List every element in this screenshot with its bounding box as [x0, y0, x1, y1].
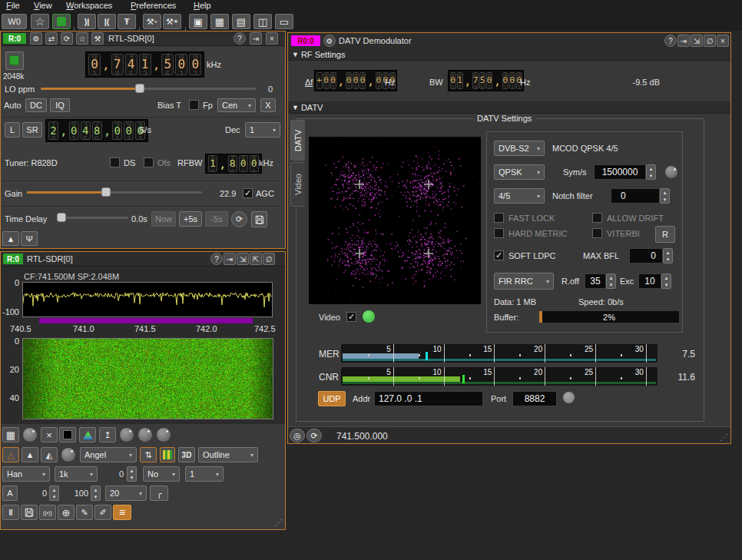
markers-button[interactable]: ⊕	[58, 505, 75, 520]
max-hold-button[interactable]: ↥	[99, 427, 116, 442]
shrink-button[interactable]: ⇲	[691, 35, 703, 47]
spectrum-toggle-button[interactable]: ▲	[2, 231, 19, 246]
fec-select[interactable]: 4/5▾	[494, 188, 545, 204]
viterbi-checkbox[interactable]	[592, 228, 602, 238]
center-channel-button[interactable]: ◎	[290, 429, 305, 442]
reset-defaults-button[interactable]: R	[655, 226, 675, 243]
iq-correction-button[interactable]: IQ	[50, 98, 70, 112]
symbol-rate-spinner[interactable]: ▴▾	[646, 164, 656, 180]
tab-datv[interactable]: DATV	[290, 120, 305, 161]
undock-button[interactable]: ⇥	[677, 35, 690, 47]
excursion-input[interactable]: 10	[638, 273, 661, 289]
symbol-rate-input[interactable]: 1500000	[594, 164, 646, 180]
replay-minus5s-button[interactable]: -5s	[205, 211, 228, 227]
shrink-button[interactable]: ⇲	[237, 253, 249, 265]
help-button[interactable]: ?	[234, 32, 246, 45]
dc-correction-button[interactable]: DC	[25, 98, 47, 112]
notch-filter-spinner[interactable]: ▴▾	[660, 188, 670, 204]
background-color-button[interactable]	[59, 427, 76, 442]
datv-panel-titlebar[interactable]: R0:0 ⚙ DATV Demodulator ? ⇥ ⇲ ∅ ×	[288, 33, 730, 49]
ref-level-spinner[interactable]: ▴▾	[49, 485, 59, 501]
notch-filter-input[interactable]: 0	[611, 188, 660, 204]
calibration-button[interactable]: ✐	[94, 505, 111, 520]
averaging-count-select[interactable]: 1▾	[185, 466, 224, 482]
maximize-button[interactable]: ⇱	[250, 253, 262, 265]
allow-drift-checkbox[interactable]	[592, 213, 602, 223]
tile-windows-button[interactable]: ▦	[210, 14, 229, 29]
fps-select[interactable]: 20▾	[105, 485, 147, 501]
sr-mode-button[interactable]: SR	[22, 122, 42, 138]
offset-tuning-checkbox[interactable]	[144, 157, 154, 167]
truncate-scale-button[interactable]: ×	[41, 427, 58, 442]
goto-frequency-button[interactable]: ⟳	[306, 429, 322, 442]
device-preset-button[interactable]: ⚒	[91, 32, 104, 45]
bias-t-checkbox[interactable]	[189, 100, 199, 110]
undock-button[interactable]: ⇥	[224, 253, 236, 265]
fft-window-select[interactable]: Han▾	[2, 466, 50, 482]
fft-overlap-spinner[interactable]: ▴▾	[127, 466, 137, 482]
help-button[interactable]: ?	[664, 35, 677, 47]
video-checkbox[interactable]: ✓	[346, 312, 356, 322]
transverter-button[interactable]: X	[260, 98, 276, 112]
close-button[interactable]: ×	[266, 32, 278, 45]
channel-settings-button[interactable]: ⚙	[323, 35, 336, 47]
lo-ppm-slider[interactable]	[41, 84, 256, 93]
udp-port-input[interactable]	[512, 391, 557, 406]
device-panel-titlebar[interactable]: R:0 ⚙ ⇄ ⟳ ☆ ⚒ RTL-SDR[0] ? ⇥ ×	[1, 31, 285, 46]
add-feature-button[interactable]: ⚒+	[143, 14, 161, 29]
menu-view[interactable]: View	[34, 1, 52, 10]
soft-ldpc-checkbox[interactable]: ✓	[494, 250, 504, 260]
spectrum-menu-button[interactable]: ≡	[113, 505, 131, 520]
rolloff-spinner[interactable]: ▴▾	[606, 273, 616, 289]
lock-srate-button[interactable]: L	[5, 122, 20, 138]
favorites-button[interactable]: ☆	[31, 14, 49, 29]
rolloff-input[interactable]: 35	[585, 273, 606, 289]
trace-filled-button[interactable]: ▲	[22, 447, 38, 462]
datv-section-header[interactable]: ▼ DATV	[288, 101, 730, 114]
resize-grip[interactable]: ⋰	[274, 518, 282, 528]
udp-address-input[interactable]	[374, 391, 483, 406]
excursion-spinner[interactable]: ▴▾	[661, 273, 671, 289]
channels-button[interactable]: Ψ	[21, 231, 38, 246]
channel-marker-bar[interactable]	[39, 318, 253, 323]
fft-size-select[interactable]: 1k▾	[55, 466, 98, 482]
spectrogram-3d-button[interactable]: 3D	[178, 447, 195, 462]
spectrum-plot[interactable]	[22, 282, 273, 317]
replay-save-button[interactable]	[251, 211, 267, 227]
spectrum-display-button[interactable]	[79, 427, 96, 442]
freeze-button[interactable]: ‖	[2, 505, 19, 520]
undock-button[interactable]: ⇥	[250, 32, 262, 45]
waterfall-toggle-button[interactable]	[160, 447, 175, 462]
save-spectrum-button[interactable]	[21, 505, 38, 520]
help-button[interactable]: ?	[210, 253, 223, 265]
fc-position-select[interactable]: Cen▾	[217, 98, 256, 112]
constellation-display[interactable]	[309, 137, 481, 304]
hide-button[interactable]: ∅	[704, 35, 716, 47]
center-frequency-dial[interactable]: 901,678345012,456901901	[85, 51, 204, 78]
workspace-view-button[interactable]: ▭	[275, 14, 293, 29]
range-spinner[interactable]: ▴▾	[91, 485, 101, 501]
fast-lock-checkbox[interactable]	[494, 213, 504, 223]
menu-preferences[interactable]: Preferences	[131, 1, 176, 10]
decay-knob[interactable]	[119, 427, 134, 442]
spectrum-panel-titlebar[interactable]: R:0 RTL-SDR[0] ? ⇥ ⇲ ⇱ ∅	[1, 252, 285, 267]
averaging-mode-select[interactable]: No▾	[143, 466, 180, 482]
resize-grip[interactable]: ⋰	[720, 432, 727, 442]
trace-gradient-button[interactable]: ◭	[41, 447, 58, 462]
hard-metric-checkbox[interactable]	[494, 228, 504, 238]
stop-all-button[interactable]	[52, 14, 71, 29]
add-rx-device-button[interactable]: )|	[78, 14, 96, 29]
symbol-rate-knob[interactable]	[664, 165, 678, 179]
rf-bandwidth-dial[interactable]: 012,789901901	[205, 154, 262, 174]
rf-bandwidth-dial[interactable]: 901012,678456901,901901901	[448, 70, 524, 91]
replay-plus5s-button[interactable]: +5s	[179, 211, 202, 227]
waterfall-plot[interactable]	[22, 338, 273, 419]
reload-device-button[interactable]: ⟳	[61, 32, 73, 45]
grid-intensity-knob[interactable]	[22, 427, 38, 442]
stroke-knob[interactable]	[156, 427, 171, 442]
tab-video[interactable]: Video	[290, 162, 305, 207]
autoscale-button[interactable]: A	[2, 485, 18, 501]
change-device-button[interactable]: ⇄	[45, 32, 58, 45]
decimation-select[interactable]: 1▾	[245, 122, 280, 138]
decay-divisor-knob[interactable]	[137, 427, 153, 442]
